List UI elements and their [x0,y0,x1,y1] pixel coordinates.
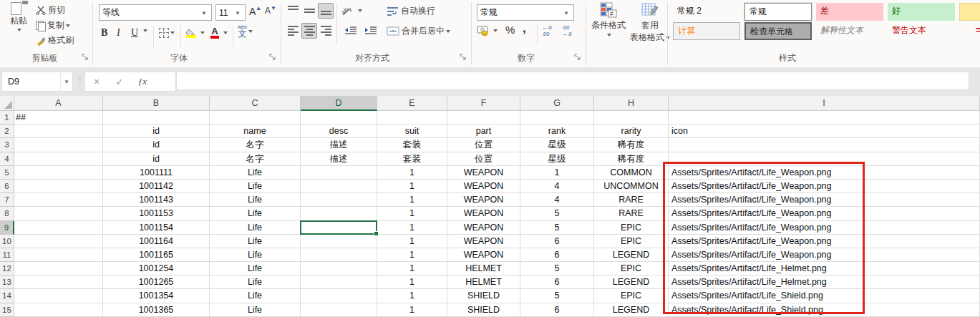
cell-I5[interactable]: Assets/Sprites/Artifact/Life_Weapon.png [669,166,980,180]
cell-F6[interactable]: WEAPON [447,180,520,193]
underline-dropdown-caret[interactable] [142,29,147,32]
cell-C9[interactable]: Life [210,221,301,235]
column-header-I[interactable]: I [669,96,980,111]
format-painter-button[interactable]: 格式刷 [36,34,74,47]
cell-G8[interactable]: 5 [520,207,594,220]
cell-style-partial[interactable]: = [971,22,980,40]
cell-I14[interactable]: Assets/Sprites/Artifact/Life_Shield.png [669,289,980,303]
cell-C7[interactable]: Life [210,193,301,207]
cell-A6[interactable] [14,180,103,193]
wrap-text-button[interactable]: 自动换行 [387,5,435,17]
cell-I7[interactable]: Assets/Sprites/Artifact/Life_Weapon.png [669,193,980,207]
row-header-9[interactable]: 9 [0,221,14,235]
cell-H7[interactable]: RARE [594,193,669,207]
cell-G7[interactable]: 4 [520,193,594,207]
cell-I8[interactable]: Assets/Sprites/Artifact/Life_Weapon.png [669,207,980,220]
cell-G4[interactable]: 星级 [520,152,594,166]
cell-F2[interactable]: part [447,125,520,138]
row-header-10[interactable]: 10 [0,235,14,248]
cell-A13[interactable] [14,275,103,289]
cell-E9[interactable]: 1 [377,221,447,235]
align-right-button[interactable] [318,23,334,39]
cell-H13[interactable]: LEGEND [594,275,669,289]
row-header-1[interactable]: 1 [0,111,14,125]
cell-G10[interactable]: 6 [520,235,594,248]
cell-D13[interactable] [301,275,377,289]
cell-I10[interactable]: Assets/Sprites/Artifact/Life_Weapon.png [669,235,980,248]
cell-G1[interactable] [520,111,594,125]
row-header-12[interactable]: 12 [0,262,14,275]
cell-F11[interactable]: WEAPON [447,248,520,262]
cell-I12[interactable]: Assets/Sprites/Artifact/Life_Helmet.png [669,262,980,275]
align-left-button[interactable] [285,23,301,39]
shrink-font-button[interactable]: A▼ [265,6,276,16]
bold-button[interactable]: B [101,27,107,39]
percent-style-button[interactable]: % [505,24,515,36]
cell-E1[interactable] [377,111,447,125]
cell-G3[interactable]: 星级 [520,138,594,152]
cell-D7[interactable] [301,193,377,207]
cell-E14[interactable]: 1 [377,289,447,303]
cell-H5[interactable]: COMMON [594,166,669,180]
cell-D14[interactable] [301,289,377,303]
borders-button[interactable] [159,28,175,38]
cell-D6[interactable] [301,180,377,193]
cell-B5[interactable]: 1001111 [103,166,210,180]
cell-style-bad[interactable]: 差 [816,3,883,21]
cell-F14[interactable]: SHIELD [447,289,520,303]
cell-A14[interactable] [14,289,103,303]
cell-G14[interactable]: 5 [520,289,594,303]
select-all-corner[interactable] [0,96,14,111]
cell-style-good[interactable]: 好 [888,3,955,21]
cell-I15[interactable]: Assets/Sprites/Artifact/Life_Shield.png [669,303,980,317]
cell-B11[interactable]: 1001165 [103,248,210,262]
cell-B15[interactable]: 1001365 [103,303,210,317]
phonetic-guide-button[interactable]: wén 文 [238,24,253,38]
cell-style-explanatory[interactable]: 解释性文本 [816,22,883,40]
column-header-H[interactable]: H [594,96,669,111]
cell-D9[interactable] [301,221,377,235]
cell-G9[interactable]: 5 [520,221,594,235]
cell-B2[interactable]: id [103,125,210,138]
cell-A2[interactable] [14,125,103,138]
underline-button[interactable]: U [131,27,138,39]
column-header-F[interactable]: F [447,96,520,111]
cell-D3[interactable]: 描述 [301,138,377,152]
cell-H4[interactable]: 稀有度 [594,152,669,166]
align-center-button[interactable] [301,23,317,39]
name-box-dropdown-caret[interactable]: ▾ [60,72,72,91]
row-header-15[interactable]: 15 [0,303,14,317]
cell-F8[interactable]: WEAPON [447,207,520,220]
decrease-decimal-button[interactable]: .00 →.0 [562,24,572,37]
cell-I6[interactable]: Assets/Sprites/Artifact/Life_Weapon.png [669,180,980,193]
cell-C10[interactable]: Life [210,235,301,248]
cell-D4[interactable]: 描述 [301,152,377,166]
cell-A9[interactable] [14,221,103,235]
cell-A4[interactable] [14,152,103,166]
formula-input[interactable] [176,72,969,90]
cell-D10[interactable] [301,235,377,248]
cell-style-warning[interactable]: 警告文本 [888,22,955,40]
conditional-formatting-button[interactable]: ≠ 条件格式 [588,2,629,36]
cell-I9[interactable]: Assets/Sprites/Artifact/Life_Weapon.png [669,221,980,235]
cell-C13[interactable]: Life [210,275,301,289]
cancel-icon[interactable]: × [85,76,108,87]
cell-B12[interactable]: 1001254 [103,262,210,275]
row-header-3[interactable]: 3 [0,138,14,152]
cell-A15[interactable] [14,303,103,317]
cell-D2[interactable]: desc [301,125,377,138]
row-header-7[interactable]: 7 [0,193,14,207]
cell-E6[interactable]: 1 [377,180,447,193]
column-header-E[interactable]: E [377,96,447,111]
row-header-2[interactable]: 2 [0,125,14,138]
cell-E3[interactable]: 套装 [377,138,447,152]
cell-B14[interactable]: 1001354 [103,289,210,303]
cell-F13[interactable]: HELMET [447,275,520,289]
cell-G12[interactable]: 5 [520,262,594,275]
cell-H2[interactable]: rarity [594,125,669,138]
fill-color-button[interactable] [185,26,205,39]
cell-D1[interactable] [301,111,377,125]
middle-align-button[interactable] [301,3,317,19]
font-name-combo[interactable]: 等线 ▾ [99,4,212,21]
cell-E11[interactable]: 1 [377,248,447,262]
